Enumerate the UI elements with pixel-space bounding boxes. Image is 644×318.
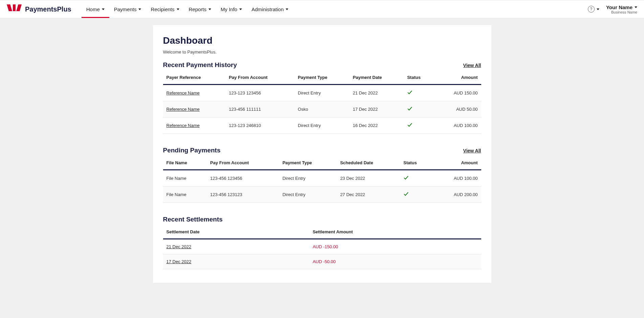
settlements-col-date: Settlement Date (163, 225, 309, 239)
history-view-all-link[interactable]: View All (463, 63, 481, 68)
cell-amount: AUD 100.00 (432, 170, 481, 187)
cell-file: File Name (163, 187, 207, 203)
caret-down-icon (286, 8, 288, 10)
cell-status (404, 85, 435, 101)
user-menu[interactable]: Your Name Business Name (606, 4, 637, 14)
pending-section-head: Pending Payments View All (163, 147, 481, 154)
cell-acct: 123-123 246810 (225, 118, 294, 134)
nav-reports[interactable]: Reports (184, 0, 216, 18)
table-row: File Name 123-456 123456 Direct Entry 23… (163, 170, 481, 187)
user-name-label: Your Name (606, 4, 632, 10)
cell-status (400, 170, 432, 187)
cell-type: Osko (294, 101, 350, 118)
history-title: Recent Payment History (163, 61, 237, 69)
pending-col-file: File Name (163, 156, 207, 170)
cell-file: File Name (163, 170, 207, 187)
payer-reference-link[interactable]: Reference Name (166, 90, 200, 96)
check-icon (403, 191, 409, 198)
topbar: PaymentsPlus Home Payments Recipients Re… (0, 0, 644, 18)
caret-down-icon (102, 8, 105, 10)
caret-down-icon (635, 6, 637, 8)
cell-type: Direct Entry (279, 187, 337, 203)
cell-status (400, 187, 432, 203)
nav-admin[interactable]: Administration (247, 0, 293, 18)
cell-date: 16 Dec 2022 (350, 118, 404, 134)
check-icon (407, 90, 413, 96)
caret-down-icon (597, 8, 599, 10)
history-col-amount: Amount (435, 71, 481, 85)
nav-myinfo[interactable]: My Info (216, 0, 247, 18)
business-name-label: Business Name (606, 10, 637, 14)
westpac-logo-icon (7, 4, 22, 14)
settlements-table: Settlement Date Settlement Amount 21 Dec… (163, 225, 481, 269)
payer-reference-link[interactable]: Reference Name (166, 107, 200, 112)
nav-myinfo-label: My Info (221, 6, 237, 12)
table-row: 17 Dec 2022 AUD -50.00 (163, 254, 481, 269)
nav-admin-label: Administration (251, 6, 284, 12)
cell-type: Direct Entry (279, 170, 337, 187)
history-col-status: Status (404, 71, 435, 85)
settlement-date-link[interactable]: 17 Dec 2022 (166, 259, 192, 264)
settlements-title: Recent Settlements (163, 216, 223, 223)
pending-table: File Name Pay From Account Payment Type … (163, 156, 481, 203)
pending-col-date: Scheduled Date (337, 156, 400, 170)
table-row: Reference Name 123-456 111111 Osko 17 De… (163, 101, 481, 118)
nav-recipients-label: Recipients (151, 6, 174, 12)
cell-amount: AUD 100.00 (435, 118, 481, 134)
cell-amount: AUD 200.00 (432, 187, 481, 203)
cell-settlement-amount: AUD -50.00 (309, 254, 481, 269)
history-section-head: Recent Payment History View All (163, 61, 481, 69)
page-title: Dashboard (163, 35, 481, 46)
settlements-col-amount: Settlement Amount (309, 225, 481, 239)
payer-reference-link[interactable]: Reference Name (166, 123, 200, 128)
top-right: ? Your Name Business Name (588, 4, 637, 14)
table-row: File Name 123-456 123123 Direct Entry 27… (163, 187, 481, 203)
nav-home[interactable]: Home (82, 0, 109, 18)
table-row: Reference Name 123-123 123456 Direct Ent… (163, 85, 481, 101)
nav-recipients[interactable]: Recipients (146, 0, 184, 18)
pending-col-status: Status (400, 156, 432, 170)
settlement-date-link[interactable]: 21 Dec 2022 (166, 244, 192, 249)
cell-acct: 123-456 111111 (225, 101, 294, 118)
history-col-acct: Pay From Account (225, 71, 294, 85)
logo-wrap: PaymentsPlus (7, 4, 71, 14)
main-nav: Home Payments Recipients Reports My Info… (82, 0, 293, 18)
check-icon (403, 175, 409, 182)
cell-date: 21 Dec 2022 (350, 85, 404, 101)
cell-date: 17 Dec 2022 (350, 101, 404, 118)
cell-date: 23 Dec 2022 (337, 170, 400, 187)
table-row: Reference Name 123-123 246810 Direct Ent… (163, 118, 481, 134)
nav-payments[interactable]: Payments (109, 0, 146, 18)
cell-type: Direct Entry (294, 118, 350, 134)
help-button[interactable]: ? (588, 6, 599, 13)
history-col-type: Payment Type (294, 71, 350, 85)
caret-down-icon (208, 8, 211, 10)
pending-col-amount: Amount (432, 156, 481, 170)
cell-amount: AUD 50.00 (435, 101, 481, 118)
cell-acct: 123-123 123456 (225, 85, 294, 101)
check-icon (407, 106, 413, 112)
pending-title: Pending Payments (163, 147, 221, 154)
nav-reports-label: Reports (189, 6, 207, 12)
cell-date: 27 Dec 2022 (337, 187, 400, 203)
pending-col-type: Payment Type (279, 156, 337, 170)
help-icon: ? (588, 6, 595, 13)
brand-name: PaymentsPlus (25, 5, 71, 13)
cell-settlement-amount: AUD -150.00 (309, 239, 481, 254)
cell-status (404, 118, 435, 134)
table-row: 21 Dec 2022 AUD -150.00 (163, 239, 481, 254)
check-icon (407, 122, 413, 129)
cell-status (404, 101, 435, 118)
cell-type: Direct Entry (294, 85, 350, 101)
pending-col-acct: Pay From Account (207, 156, 279, 170)
cell-acct: 123-456 123123 (207, 187, 279, 203)
welcome-text: Welcome to PaymentsPlus. (163, 49, 481, 55)
main-card: Dashboard Welcome to PaymentsPlus. Recen… (153, 25, 491, 283)
settlements-section-head: Recent Settlements (163, 216, 481, 223)
pending-view-all-link[interactable]: View All (463, 148, 481, 153)
caret-down-icon (177, 8, 179, 10)
history-table: Payer Reference Pay From Account Payment… (163, 71, 481, 134)
nav-payments-label: Payments (114, 6, 137, 12)
caret-down-icon (138, 8, 141, 10)
nav-home-label: Home (86, 6, 100, 12)
